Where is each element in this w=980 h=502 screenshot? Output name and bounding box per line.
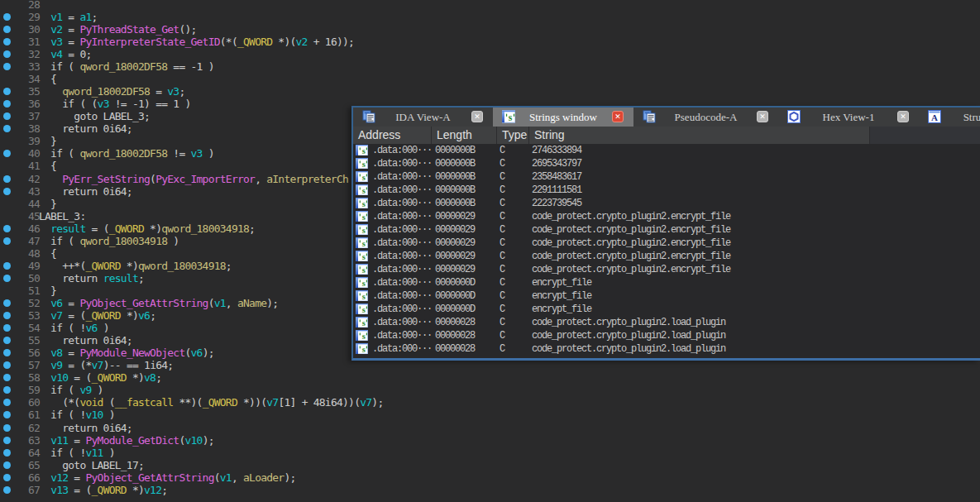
length-cell: 0000000D: [435, 289, 497, 303]
address-cell: .data:000···: [372, 144, 432, 157]
code-text[interactable]: goto LABEL_17;: [39, 459, 144, 471]
tab-ida-view-a[interactable]: IDA View-A✕: [353, 108, 493, 127]
code-text[interactable]: v6 = PyObject_GetAttrString(v1, aName);: [39, 297, 278, 309]
code-text[interactable]: v1 = a1;: [39, 11, 98, 23]
code-text[interactable]: (*(void (__fastcall **)(_QWORD *))(v7[1]…: [39, 396, 383, 409]
line-number: 39: [0, 135, 40, 147]
code-text[interactable]: v12 = PyObject_GetAttrString(v1, aLoader…: [39, 471, 296, 484]
length-cell: 0000000B: [435, 144, 497, 157]
code-text[interactable]: return 0i64;: [39, 122, 132, 135]
address-cell: .data:000···: [372, 276, 432, 289]
string-row[interactable]: s.data:000···00000029Ccode_protect.crypt…: [353, 250, 980, 263]
length-cell: 0000000B: [435, 184, 497, 197]
strings-icon: s: [356, 251, 368, 261]
line-number: 54: [0, 322, 40, 334]
code-text[interactable]: v4 = 0;: [39, 48, 92, 60]
close-icon[interactable]: ✕: [897, 111, 909, 122]
code-text[interactable]: if ( !v10 ): [39, 409, 115, 421]
svg-text:s: s: [509, 112, 513, 123]
string-item-icon: s: [356, 171, 368, 182]
strings-icon: s: [502, 110, 515, 123]
address-cell: .data:000···: [372, 263, 432, 276]
code-text[interactable]: if ( !v11 ): [39, 447, 115, 459]
close-icon[interactable]: ✕: [612, 111, 624, 122]
string-row[interactable]: s.data:000···00000028Ccode_protect.crypt…: [353, 316, 980, 329]
tab-strings-window[interactable]: sStrings window✕: [493, 108, 633, 127]
code-text[interactable]: if ( !v6 ): [39, 322, 109, 334]
code-text[interactable]: return 0i64;: [39, 422, 132, 434]
code-text[interactable]: v10 = (_QWORD *)v8;: [39, 371, 161, 384]
string-row[interactable]: s.data:000···00000029Ccode_protect.crypt…: [353, 223, 980, 237]
close-icon[interactable]: ✕: [471, 111, 483, 122]
close-icon[interactable]: ✕: [757, 111, 768, 122]
strings-table-header: AddressLengthTypeString: [353, 127, 980, 144]
code-text[interactable]: {: [39, 73, 56, 85]
string-row[interactable]: s.data:000···0000000DCencrypt_file: [353, 303, 980, 316]
string-row[interactable]: s.data:000···00000028Ccode_protect.crypt…: [353, 329, 980, 342]
code-text[interactable]: }: [39, 198, 56, 210]
tab-pseudocode-a[interactable]: Pseudocode-A✕: [633, 108, 778, 127]
tab-structures[interactable]: AStructures✕: [919, 108, 980, 127]
string-item-icon: s: [356, 211, 368, 222]
length-cell: 0000000B: [435, 170, 497, 184]
code-text[interactable]: if ( qword_18002DF58 != v3 ): [39, 147, 214, 160]
code-text[interactable]: ++*(_QWORD *)qword_180034918;: [39, 260, 232, 272]
string-row[interactable]: s.data:000···0000000BC2358483617: [353, 170, 980, 184]
strings-icon: s: [356, 237, 368, 248]
string-item-icon: s: [356, 317, 368, 327]
code-text[interactable]: v13 = (_QWORD *)v12;: [39, 484, 167, 496]
string-item-icon: s: [356, 237, 368, 248]
line-number: 61: [0, 409, 40, 421]
strings-icon: s: [356, 145, 368, 155]
code-text[interactable]: if ( (v3 != -1) == 1 ): [39, 98, 191, 110]
code-text[interactable]: {: [39, 160, 56, 172]
string-row[interactable]: s.data:000···0000000BC2746333894: [353, 144, 980, 157]
code-text[interactable]: if ( v9 ): [39, 384, 103, 396]
column-header-length[interactable]: Length: [432, 127, 497, 144]
code-text[interactable]: v9 = (*v7)-- == 1i64;: [39, 359, 173, 371]
code-text[interactable]: goto LABEL_3;: [39, 110, 150, 122]
code-text[interactable]: v8 = PyModule_NewObject(v6);: [39, 347, 214, 359]
string-item-icon: s: [356, 198, 368, 208]
code-text[interactable]: return result;: [39, 272, 144, 284]
string-row[interactable]: s.data:000···00000029Ccode_protect.crypt…: [353, 263, 980, 276]
code-text[interactable]: if ( qword_180034918 ): [39, 235, 179, 247]
code-text[interactable]: if ( qword_18002DF58 == -1 ): [39, 60, 214, 73]
string-row[interactable]: s.data:000···0000000BC2695343797: [353, 157, 980, 170]
string-row[interactable]: s.data:000···0000000DCencrypt_file: [353, 289, 980, 303]
length-cell: 00000028: [435, 316, 497, 329]
code-text[interactable]: result = (_QWORD *)qword_180034918;: [39, 222, 255, 235]
type-cell: C: [500, 210, 529, 223]
code-text[interactable]: v11 = PyModule_GetDict(v10);: [39, 434, 214, 447]
doc-view-icon: [643, 110, 656, 123]
line-number: 34: [0, 73, 40, 85]
line-number: 52: [0, 297, 40, 309]
string-row[interactable]: s.data:000···0000000BC2223739545: [353, 197, 980, 210]
code-text[interactable]: v2 = PyThreadState_Get();: [39, 23, 197, 36]
code-text[interactable]: {: [39, 247, 56, 260]
column-header-type[interactable]: Type: [497, 127, 529, 144]
code-text[interactable]: qword_18002DF58 = v3;: [39, 85, 184, 98]
code-text[interactable]: return 0i64;: [39, 185, 132, 198]
column-header-address[interactable]: Address: [353, 127, 432, 144]
tab-hex-view-1[interactable]: Hex View-1✕: [778, 108, 919, 127]
string-row[interactable]: s.data:000···0000000DCencrypt_file: [353, 276, 980, 289]
doc-view-icon: [362, 110, 375, 123]
strings-icon: s: [356, 343, 368, 354]
string-row[interactable]: s.data:000···00000028Ccode_protect.crypt…: [353, 342, 980, 356]
code-text[interactable]: }: [39, 284, 56, 297]
code-text[interactable]: return 0i64;: [39, 334, 132, 347]
string-cell: encrypt_file: [532, 276, 870, 289]
line-number: 48: [0, 247, 40, 260]
code-text[interactable]: }: [39, 135, 56, 147]
line-number: 64: [0, 447, 40, 459]
column-header-string[interactable]: String: [529, 127, 870, 144]
string-row[interactable]: s.data:000···00000029Ccode_protect.crypt…: [353, 237, 980, 250]
code-text[interactable]: v3 = PyInterpreterState_GetID(*(_QWORD *…: [39, 36, 354, 48]
line-number: 49: [0, 260, 40, 272]
code-text[interactable]: PyErr_SetString(PyExc_ImportError, aInte…: [39, 173, 348, 185]
string-row[interactable]: s.data:000···0000000BC2291111581: [353, 184, 980, 197]
string-row[interactable]: s.data:000···00000029Ccode_protect.crypt…: [353, 210, 980, 223]
code-text[interactable]: v7 = (_QWORD *)v6;: [39, 309, 155, 322]
code-text[interactable]: LABEL_3:: [39, 210, 85, 222]
